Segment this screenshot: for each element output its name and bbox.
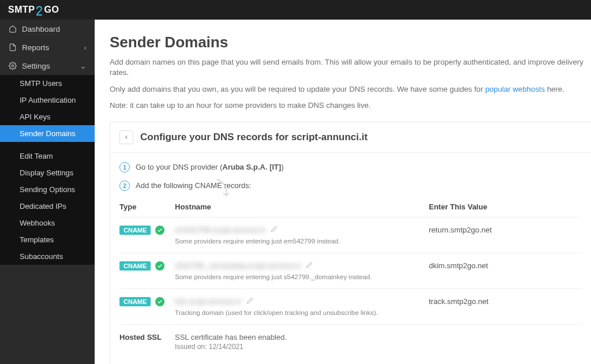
dns-row: CNAME em542799.script-annunci.it Some pr… <box>119 217 582 253</box>
logo[interactable]: SMTP GO <box>8 5 59 15</box>
chevron-right-icon: ‹ <box>84 43 87 52</box>
dns-panel: Configure your DNS records for script-an… <box>110 122 591 364</box>
page-title: Sender Domains <box>110 33 591 51</box>
page-intro: Add domain names on this page that you w… <box>110 57 591 111</box>
ssl-status: SSL certificate has been enabled. <box>175 333 287 342</box>
sidebar-settings-submenu: SMTP Users IP Authentication API Keys Se… <box>0 75 95 265</box>
ssl-row: Hosted SSL SSL certificate has been enab… <box>119 325 582 353</box>
col-value-header: Enter This Value <box>429 202 582 211</box>
col-type-header: Type <box>119 202 175 211</box>
panel-back-button[interactable] <box>119 130 133 144</box>
sidebar: Dashboard Reports ‹ Settings ⌄ SMTP User… <box>0 20 95 364</box>
logo-left: SMTP <box>8 5 35 15</box>
sidebar-item-templates[interactable]: Templates <box>0 231 95 248</box>
sidebar-item-sending-options[interactable]: Sending Options <box>0 181 95 198</box>
svg-point-0 <box>12 65 14 67</box>
step-2-number: 2 <box>119 181 130 191</box>
sidebar-item-settings[interactable]: Settings ⌄ <box>0 57 95 75</box>
dns-row: CNAME link.script-annunci.it Tracking do… <box>119 289 582 325</box>
step-2: 2 Add the following CNAME records: <box>119 181 582 191</box>
sidebar-item-smtp-users[interactable]: SMTP Users <box>0 75 95 92</box>
ssl-date: Issued on: 12/14/2021 <box>175 343 287 351</box>
chevron-down-icon: ⌄ <box>80 61 87 70</box>
logo-right: GO <box>44 5 59 15</box>
sidebar-item-subaccounts[interactable]: Subaccounts <box>0 248 95 265</box>
panel-header: Configure your DNS records for script-an… <box>110 122 591 153</box>
main-content: Sender Domains Add domain names on this … <box>95 20 591 364</box>
sidebar-label: Dashboard <box>22 25 60 33</box>
col-host-header: Hostname <box>175 202 429 211</box>
check-icon <box>155 226 164 235</box>
sidebar-item-api-keys[interactable]: API Keys <box>0 108 95 125</box>
sidebar-item-ip-auth[interactable]: IP Authentication <box>0 92 95 108</box>
dns-provider-name: Aruba S.p.A. [IT] <box>222 163 281 171</box>
hostname-blurred: s542799._domainkey.script-annunci.it <box>175 261 300 270</box>
sidebar-item-display-settings[interactable]: Display Settings <box>0 164 95 181</box>
dns-table: Type Hostname Enter This Value CNAME em5… <box>119 199 582 353</box>
panel-title: Configure your DNS records for script-an… <box>140 132 368 143</box>
sidebar-item-edit-team[interactable]: Edit Team <box>0 148 95 164</box>
sidebar-item-dedicated-ips[interactable]: Dedicated IPs <box>0 198 95 215</box>
sidebar-item-dashboard[interactable]: Dashboard <box>0 20 95 38</box>
hostname-hint: Some providers require entering just em5… <box>175 238 429 245</box>
step-1: 1 Go to your DNS provider (Aruba S.p.A. … <box>119 162 582 172</box>
gear-icon <box>8 61 17 70</box>
edit-icon[interactable] <box>271 226 278 232</box>
dns-value: track.smtp2go.net <box>429 297 582 306</box>
cname-badge: CNAME <box>119 261 151 271</box>
sidebar-label: Reports <box>22 43 49 52</box>
edit-icon[interactable] <box>246 297 253 304</box>
cname-badge: CNAME <box>119 297 151 306</box>
hostname-hint: Some providers require entering just s54… <box>175 273 429 280</box>
intro-line-2: Only add domains that you own, as you wi… <box>110 84 591 95</box>
intro-line-1: Add domain names on this page that you w… <box>110 57 591 78</box>
arrow-icon <box>215 178 232 199</box>
sidebar-item-webhooks[interactable]: Webhooks <box>0 215 95 231</box>
sidebar-item-sender-domains[interactable]: Sender Domains <box>0 125 95 142</box>
check-icon <box>155 261 164 271</box>
dns-value: return.smtp2go.net <box>429 226 582 234</box>
dns-value: dkim.smtp2go.net <box>429 261 582 270</box>
logo-2-icon <box>35 6 43 16</box>
sidebar-item-reports[interactable]: Reports ‹ <box>0 38 95 57</box>
popular-webhosts-link[interactable]: popular webhosts <box>485 85 545 93</box>
edit-icon[interactable] <box>306 261 313 268</box>
intro-line-3: Note: it can take up to an hour for some… <box>110 100 591 111</box>
hostname-hint: Tracking domain (used for click/open tra… <box>175 309 429 316</box>
document-icon <box>8 43 17 52</box>
hostname-blurred: em542799.script-annunci.it <box>175 226 265 234</box>
home-icon <box>8 24 17 33</box>
cname-badge: CNAME <box>119 226 151 235</box>
hostname-blurred: link.script-annunci.it <box>175 297 241 306</box>
dns-table-header: Type Hostname Enter This Value <box>119 199 582 217</box>
check-icon <box>155 297 164 306</box>
dns-row: CNAME s542799._domainkey.script-annunci.… <box>119 253 582 289</box>
topbar: SMTP GO <box>0 0 591 20</box>
sidebar-label: Settings <box>22 62 50 70</box>
step-1-number: 1 <box>119 162 130 172</box>
ssl-label: Hosted SSL <box>119 333 175 351</box>
